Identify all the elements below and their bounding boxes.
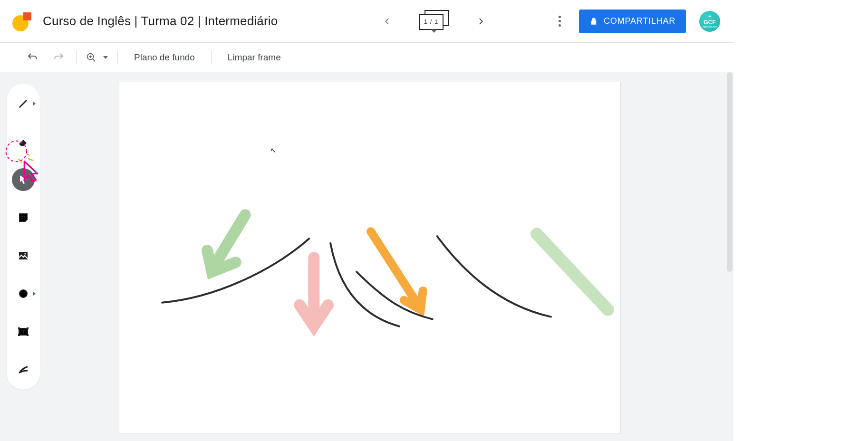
tool-palette: [7, 84, 40, 390]
avatar-star-icon: ✦: [708, 14, 712, 19]
pen-tool[interactable]: [12, 92, 35, 115]
next-frame-button[interactable]: [474, 15, 487, 28]
vertical-scrollbar[interactable]: [726, 72, 733, 441]
share-button[interactable]: COMPARTILHAR: [579, 10, 686, 33]
jamboard-logo-icon[interactable]: [12, 11, 31, 31]
account-avatar[interactable]: ✦ GCF AprendeLivre: [699, 11, 720, 32]
avatar-text: GCF: [704, 19, 715, 25]
canvas-drawing: [119, 82, 620, 433]
textbox-tool[interactable]: [12, 320, 35, 343]
svg-rect-6: [27, 327, 29, 329]
zoom-menu[interactable]: [80, 52, 114, 63]
sticky-note-tool[interactable]: [12, 206, 35, 229]
redo-button[interactable]: [46, 48, 72, 67]
submenu-arrow-icon: [33, 292, 36, 296]
more-menu-button[interactable]: [553, 15, 566, 28]
zoom-in-icon: [86, 52, 96, 63]
lock-icon: [589, 17, 598, 26]
frame-selector[interactable]: 1 / 1: [419, 10, 449, 33]
svg-point-3: [19, 290, 27, 297]
workspace: ↖: [0, 72, 733, 441]
shape-tool[interactable]: [12, 282, 35, 305]
svg-rect-5: [18, 327, 20, 329]
select-tool[interactable]: [12, 168, 35, 191]
sub-toolbar: Plano de fundo Limpar frame: [0, 43, 733, 72]
separator: [76, 51, 77, 64]
separator: [117, 51, 118, 64]
prev-frame-button[interactable]: [381, 15, 394, 28]
frame-navigator: 1 / 1: [381, 10, 487, 33]
eraser-tool[interactable]: [12, 130, 35, 153]
background-button[interactable]: Plano de fundo: [122, 52, 207, 63]
chevron-down-icon: [431, 27, 437, 35]
undo-button[interactable]: [19, 48, 46, 67]
app-header: Curso de Inglês | Turma 02 | Intermediár…: [0, 0, 733, 43]
laser-tool[interactable]: [12, 358, 35, 381]
clear-frame-button[interactable]: Limpar frame: [215, 52, 293, 63]
svg-rect-8: [27, 334, 29, 336]
caret-down-icon: [103, 56, 108, 59]
svg-rect-7: [18, 334, 20, 336]
laser-icon: [18, 364, 29, 375]
document-title[interactable]: Curso de Inglês | Turma 02 | Intermediár…: [43, 14, 278, 29]
avatar-subtext: AprendeLivre: [703, 26, 717, 28]
image-icon: [18, 250, 29, 261]
eraser-icon: [18, 136, 29, 147]
scrollbar-thumb[interactable]: [727, 72, 733, 272]
separator: [211, 51, 212, 64]
textbox-icon: [18, 326, 29, 337]
pen-icon: [18, 98, 29, 109]
header-actions: COMPARTILHAR ✦ GCF AprendeLivre: [553, 10, 720, 33]
canvas-frame[interactable]: ↖: [119, 82, 621, 433]
svg-point-2: [24, 253, 26, 254]
submenu-arrow-icon: [33, 102, 36, 105]
image-tool[interactable]: [12, 244, 35, 267]
cursor-icon: [18, 174, 29, 185]
share-button-label: COMPARTILHAR: [604, 16, 675, 26]
circle-icon: [18, 288, 29, 299]
sticky-note-icon: [18, 212, 29, 223]
